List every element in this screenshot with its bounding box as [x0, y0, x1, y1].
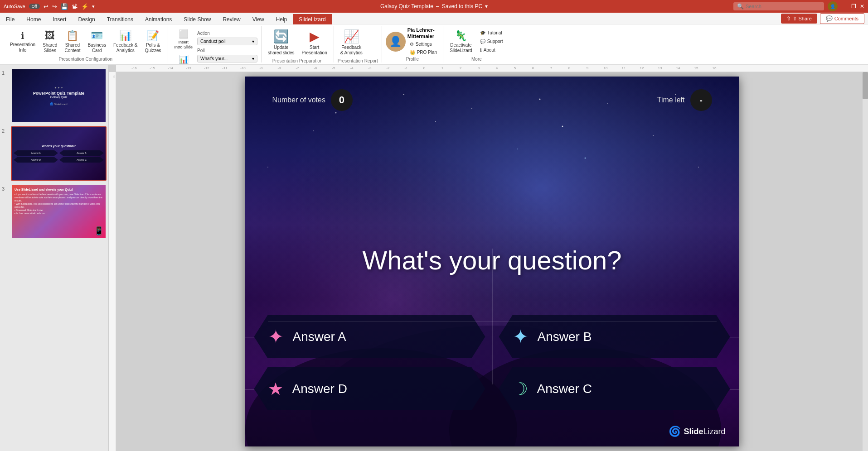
restore-button[interactable]: ❐: [851, 3, 856, 10]
tab-transitions[interactable]: Transitions: [101, 14, 139, 24]
polls-quizzes-button[interactable]: 📝 Polls &Quizzes: [142, 28, 164, 55]
expand-icon[interactable]: ▾: [92, 4, 95, 10]
update-icon: 🔄: [273, 29, 289, 44]
tab-home[interactable]: Home: [20, 14, 47, 24]
line-left-a: [245, 337, 254, 337]
comments-button[interactable]: 💬 Comments: [820, 13, 864, 24]
pro-icon: 👑: [410, 50, 415, 55]
thumb1-subtitle: Galaxy Quiz: [50, 96, 67, 99]
start-presentation-button[interactable]: ▶ StartPresentation: [299, 27, 330, 58]
group-slide-actions: ⬜ InsertIntro Slide 📊 InsertPoll Slide A…: [168, 26, 262, 62]
autosave-label: AutoSave: [4, 4, 25, 9]
tutorial-button[interactable]: 🎓 Tutorial: [477, 29, 506, 37]
report-feedback-button[interactable]: 📈 Feedback& Analytics: [338, 27, 365, 58]
svg-point-17: [698, 167, 699, 168]
tab-help[interactable]: Help: [270, 14, 293, 24]
search-box[interactable]: 🔍: [733, 2, 824, 10]
user-avatar[interactable]: 👤: [828, 1, 838, 11]
minimize-button[interactable]: —: [841, 3, 848, 10]
insert-intro-button[interactable]: ⬜ InsertIntro Slide: [172, 27, 196, 52]
slide-preview-2[interactable]: What's your question? Answer A Answer B …: [11, 126, 107, 181]
feedback-icon: 📊: [119, 30, 131, 42]
present-icon[interactable]: 📽: [72, 3, 78, 10]
report-buttons: 📈 Feedback& Analytics: [338, 27, 365, 58]
profile-items: 👤 Pia Lehner-Mittermaier ⚙ Settings 👑 PR…: [386, 27, 439, 56]
svg-point-16: [267, 167, 268, 168]
update-shared-button[interactable]: 🔄 Updateshared slides: [265, 27, 297, 58]
slide-thumb-1[interactable]: 1 ✦ ✦ ✦ PowerPoint Quiz Template Galaxy …: [2, 68, 107, 123]
slide-preview-1[interactable]: ✦ ✦ ✦ PowerPoint Quiz Template Galaxy Qu…: [11, 68, 107, 123]
search-input[interactable]: [746, 4, 818, 9]
undo-icon[interactable]: ↩: [44, 3, 48, 10]
horizontal-ruler: -16 -15 -14 -13 -12 -11 -10 -9 -8 -7 -6 …: [116, 65, 868, 72]
tab-file[interactable]: File: [0, 14, 20, 24]
tab-review[interactable]: Review: [217, 14, 246, 24]
time-left-label: Time left: [657, 96, 685, 104]
user-name: Pia Lehner-Mittermaier: [407, 27, 439, 39]
autosave-toggle[interactable]: Off: [29, 4, 40, 9]
settings-icon: ⚙: [410, 42, 414, 47]
deactivate-button[interactable]: 🦎 DeactivateSlideLizard: [447, 28, 475, 55]
main-slide[interactable]: Number of votes 0 Time left - What's you…: [245, 77, 739, 446]
shared-slides-button[interactable]: 🖼 SharedSlides: [40, 28, 60, 55]
tab-slidelizard[interactable]: SlideLizard: [293, 14, 331, 24]
settings-button[interactable]: ⚙ Settings: [407, 41, 439, 48]
tab-slideshow[interactable]: Slide Show: [178, 14, 217, 24]
canvas-area: -16 -15 -14 -13 -12 -11 -10 -9 -8 -7 -6 …: [109, 65, 868, 451]
about-button[interactable]: ℹ About: [477, 46, 506, 54]
polls-icon: 📝: [147, 30, 159, 42]
answer-b-wrapper: ✦ Answer B: [499, 315, 730, 358]
user-profile-avatar[interactable]: 👤: [386, 32, 406, 52]
answer-a-text: Answer A: [293, 330, 346, 344]
slide-thumb-2[interactable]: 2 What's your question? Answer A Answer …: [2, 126, 107, 181]
feedback-analytics-button[interactable]: 📊 Feedback &Analytics: [111, 28, 140, 55]
thumb3-phones: 📱: [94, 226, 104, 236]
thumb2-ans-a: Answer A: [14, 150, 58, 156]
tab-design[interactable]: Design: [72, 14, 101, 24]
redo-icon[interactable]: ↪: [52, 3, 57, 10]
svg-point-6: [335, 112, 336, 114]
pro-plan-button[interactable]: 👑 PRO Plan: [407, 49, 439, 56]
svg-point-18: [517, 149, 518, 149]
customize-icon[interactable]: ⚡: [81, 3, 88, 10]
pres-info-button[interactable]: ℹ PresentationInfo: [7, 29, 38, 55]
report-icon: 📈: [344, 29, 359, 44]
tab-view[interactable]: View: [247, 14, 270, 24]
poll-dropdown[interactable]: What's your... ▾: [197, 55, 257, 62]
answer-c[interactable]: ☽ Answer C: [499, 367, 730, 410]
tab-insert[interactable]: Insert: [47, 14, 72, 24]
line-right-b: [730, 337, 739, 337]
group-report: 📈 Feedback& Analytics Presentation Repor…: [334, 26, 382, 62]
business-card-button[interactable]: 🪪 BusinessCard: [85, 28, 109, 55]
time-section: Time left -: [657, 89, 712, 111]
votes-label: Number of votes: [272, 96, 325, 104]
close-button[interactable]: ✕: [860, 3, 864, 10]
tab-animations[interactable]: Animations: [139, 14, 178, 24]
report-group-label: Presentation Report: [338, 58, 378, 63]
info-icon: ℹ: [21, 30, 24, 41]
action-dropdown[interactable]: Conduct poll ▾: [197, 38, 257, 45]
profile-info: Pia Lehner-Mittermaier ⚙ Settings 👑 PRO …: [407, 27, 439, 55]
shared-content-icon: 📋: [66, 30, 78, 42]
vertical-scrollbar[interactable]: [863, 72, 868, 451]
answer-b[interactable]: ✦ Answer B: [499, 315, 730, 358]
thumb2-answers: Answer A Answer B Answer D Answer C: [14, 150, 104, 163]
slide-preview-3[interactable]: Use SlideLizard and elevate your Quiz! •…: [11, 184, 107, 239]
save-icon[interactable]: 💾: [61, 3, 68, 10]
answer-a[interactable]: ✦ Answer A: [254, 315, 485, 358]
more-group-label: More: [447, 56, 506, 62]
scrollbar-thumb[interactable]: [863, 72, 868, 99]
answer-b-text: Answer B: [538, 330, 592, 344]
slide-thumb-3[interactable]: 3 Use SlideLizard and elevate your Quiz!…: [2, 184, 107, 239]
slide-logo: 🌀 SlideLizard: [669, 426, 725, 437]
autosave-section: AutoSave Off ↩ ↪ 💾 📽 ⚡ ▾: [4, 3, 95, 10]
shared-content-button[interactable]: 📋 SharedContent: [62, 28, 83, 55]
profile-group-label: Profile: [386, 56, 439, 62]
insert-intro-icon: ⬜: [179, 29, 189, 39]
answer-d[interactable]: ★ Answer D: [254, 367, 485, 410]
support-button[interactable]: 💬 Support: [477, 38, 506, 45]
thumb3-title: Use SlideLizard and elevate your Quiz!: [15, 188, 73, 191]
insert-poll-icon: 📊: [179, 54, 189, 64]
share-button[interactable]: ⇧ ⇧ Share: [781, 14, 817, 24]
thumb2-ans-b: Answer B: [59, 150, 104, 156]
